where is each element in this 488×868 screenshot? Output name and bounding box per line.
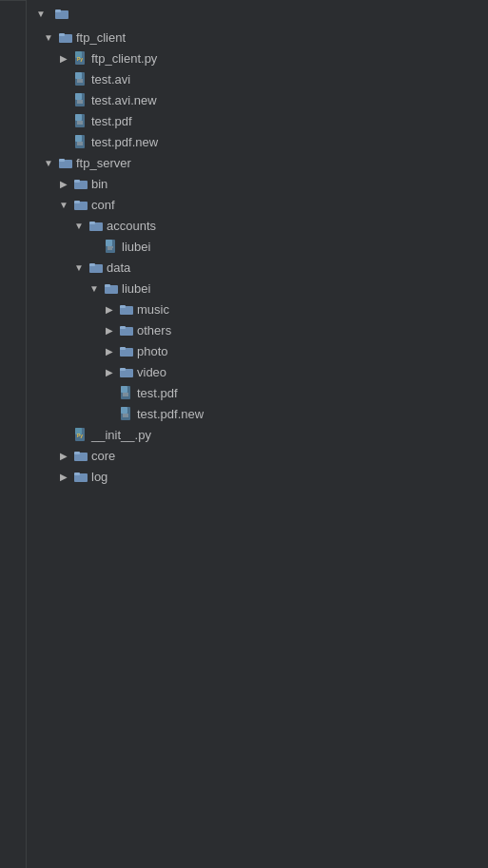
tree-header	[27, 0, 488, 27]
svg-rect-48	[121, 386, 127, 393]
svg-rect-26	[74, 180, 80, 183]
svg-rect-42	[120, 326, 126, 329]
node-label-init_py: __init__.py	[91, 428, 151, 442]
file-icon-test_pdf_new	[73, 134, 88, 149]
arrow-conf[interactable]	[57, 198, 70, 211]
py-icon-init_py: Py	[73, 427, 88, 442]
arrow-test_avi	[57, 72, 70, 86]
tree-node-conf[interactable]: conf	[27, 194, 488, 215]
tree-node-photo[interactable]: photo	[27, 340, 488, 361]
node-label-conf: conf	[91, 198, 115, 212]
arrow-log[interactable]	[57, 470, 70, 483]
folder-icon-accounts	[88, 218, 104, 233]
tree-node-others[interactable]: others	[27, 319, 488, 340]
tree-node-test_pdf_new[interactable]: test.pdf.new	[27, 131, 488, 152]
tree-node-ftp_client[interactable]: ftp_client	[27, 27, 488, 48]
svg-rect-16	[75, 114, 82, 121]
arrow-video[interactable]	[103, 365, 116, 378]
arrow-ftp_server[interactable]	[42, 156, 55, 169]
arrow-test_avi_new	[57, 93, 70, 106]
arrow-others[interactable]	[103, 323, 116, 337]
config-icon-liubei_conf	[104, 239, 119, 254]
tree-node-liubei_conf[interactable]: liubei	[27, 236, 488, 257]
tree-node-test_avi_new[interactable]: test.avi.new	[27, 89, 488, 110]
tree-node-accounts[interactable]: accounts	[27, 215, 488, 236]
svg-rect-20	[75, 135, 82, 142]
tree-node-liubei[interactable]: liubei	[27, 278, 488, 299]
node-label-ftp_client_py: ftp_client.py	[91, 51, 157, 66]
arrow-core[interactable]	[57, 449, 70, 462]
tree-node-ftp_client_py[interactable]: Py ftp_client.py	[27, 48, 488, 68]
tree-node-data_test_pdf_new[interactable]: test.pdf.new	[27, 403, 488, 424]
tree-node-test_avi[interactable]: test.avi	[27, 68, 488, 89]
folder-icon-ftp_server	[58, 155, 73, 170]
node-label-test_pdf_new: test.pdf.new	[91, 135, 158, 149]
node-label-photo: photo	[137, 344, 168, 358]
node-label-log: log	[91, 470, 107, 484]
svg-rect-59	[74, 452, 80, 454]
svg-rect-28	[74, 201, 80, 203]
arrow-bin[interactable]	[57, 177, 70, 190]
tree-content: ftp_client Py ftp_client.py test.avi tes…	[27, 27, 488, 487]
tree-node-video[interactable]: video	[27, 361, 488, 382]
tree-node-ftp_server[interactable]: ftp_server	[27, 152, 488, 173]
tree-node-log[interactable]: log	[27, 466, 488, 487]
svg-rect-3	[59, 33, 65, 36]
node-label-ftp_client: ftp_client	[76, 30, 126, 45]
folder-icon-others	[119, 322, 134, 338]
svg-rect-61	[74, 473, 80, 475]
tree-node-data_test_pdf[interactable]: test.pdf	[27, 382, 488, 403]
folder-icon-photo	[119, 343, 134, 358]
svg-rect-8	[75, 72, 82, 79]
svg-rect-44	[120, 347, 126, 350]
tree-node-music[interactable]: music	[27, 299, 488, 319]
file-icon-data_test_pdf	[119, 385, 134, 400]
tree-node-init_py[interactable]: Py __init__.py	[27, 424, 488, 445]
arrow-music[interactable]	[103, 302, 116, 316]
svg-rect-52	[121, 407, 127, 414]
folder-icon-liubei	[104, 280, 119, 296]
folder-icon-music	[119, 301, 134, 317]
folder-icon-ftp_client	[58, 29, 73, 45]
folder-icon-log	[73, 469, 88, 484]
root-folder-icon	[54, 6, 69, 21]
svg-rect-30	[89, 222, 95, 224]
file-icon-test_avi	[73, 71, 88, 87]
node-label-accounts: accounts	[107, 219, 156, 233]
svg-text:Py: Py	[77, 433, 83, 438]
svg-rect-38	[105, 284, 110, 287]
tree-panel: ftp_client Py ftp_client.py test.avi tes…	[27, 0, 488, 868]
arrow-photo[interactable]	[103, 344, 116, 357]
folder-icon-data	[88, 260, 104, 275]
arrow-liubei[interactable]	[88, 281, 101, 295]
tree-node-core[interactable]: core	[27, 445, 488, 466]
tree-node-data[interactable]: data	[27, 257, 488, 278]
node-label-liubei: liubei	[122, 281, 150, 296]
py-icon-ftp_client_py: Py	[73, 50, 88, 66]
node-label-test_avi_new: test.avi.new	[91, 93, 157, 107]
arrow-accounts[interactable]	[72, 219, 86, 232]
project-tab[interactable]	[0, 0, 26, 20]
arrow-data[interactable]	[72, 260, 86, 274]
tree-node-test_pdf[interactable]: test.pdf	[27, 110, 488, 131]
file-icon-data_test_pdf_new	[119, 406, 134, 421]
svg-text:Py: Py	[77, 56, 83, 62]
svg-rect-46	[120, 368, 126, 371]
node-label-data: data	[107, 260, 130, 275]
svg-rect-32	[106, 240, 112, 246]
node-label-music: music	[137, 302, 169, 317]
arrow-test_pdf	[57, 114, 70, 127]
node-label-data_test_pdf: test.pdf	[137, 386, 178, 400]
structure-tab[interactable]	[0, 20, 26, 39]
root-arrow[interactable]	[34, 7, 48, 20]
node-label-data_test_pdf_new: test.pdf.new	[137, 407, 204, 421]
node-label-test_pdf: test.pdf	[91, 114, 132, 128]
arrow-ftp_client_py[interactable]	[57, 51, 70, 65]
svg-rect-36	[89, 263, 95, 266]
tree-node-bin[interactable]: bin	[27, 173, 488, 194]
arrow-ftp_client[interactable]	[42, 30, 55, 44]
folder-icon-core	[73, 448, 88, 463]
node-label-liubei_conf: liubei	[122, 240, 150, 254]
svg-rect-40	[120, 305, 126, 308]
arrow-init_py	[57, 428, 70, 441]
